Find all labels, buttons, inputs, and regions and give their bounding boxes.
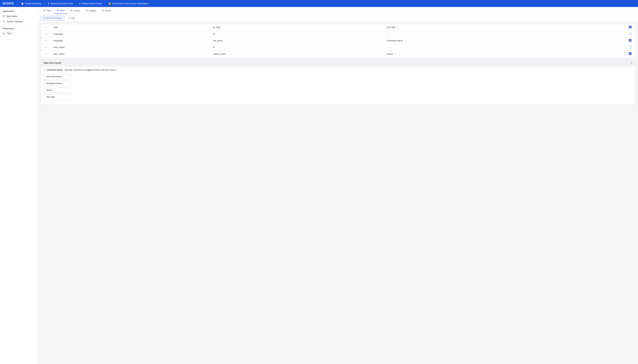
collapse-icon: ∧ [631, 62, 632, 64]
row-order: 2 [41, 37, 51, 44]
row-field: full_name [211, 37, 384, 44]
row-label: Status ✏ [384, 51, 625, 57]
full-version-label: Full Version Early Access Subscription [112, 2, 149, 5]
layout-section-title: Data Grid Layout [44, 62, 61, 64]
row-source: employee [51, 37, 211, 44]
getting-started-btn[interactable]: ℹ Getting Started Guide [78, 2, 104, 5]
drag-items-container: Task DescriptionEmployee NameStatusDue d… [44, 74, 632, 100]
row-order: 1 [41, 24, 51, 31]
row-checkbox-cell [625, 51, 635, 57]
create-projection-icon: 📋 [21, 2, 24, 5]
data-grid-settings-label: Data Grid Settings [46, 17, 62, 19]
row-field: status_name [211, 51, 384, 57]
help-icon: ⓘ [68, 16, 70, 20]
label-text: Employee Name [387, 39, 403, 42]
data-tables-label: Data Tables [6, 15, 18, 18]
row-checkbox[interactable] [629, 39, 631, 42]
row-order: 2 [41, 31, 51, 37]
bell-icon: 🔔 [108, 2, 111, 5]
table-row: 3task_statusid✏ [41, 44, 635, 51]
columns-order-desc: Reorder columns by dragging column with … [65, 68, 116, 71]
grid-settings-icon: ⊞ [43, 17, 45, 19]
drag-item[interactable]: Status [44, 87, 70, 93]
row-label: Employee Name ✏ [384, 37, 625, 44]
row-checkbox-cell [625, 44, 635, 51]
sidebar-item-data-tables[interactable]: ☰ Data Tables [0, 14, 38, 19]
row-label: ✏ [384, 44, 625, 51]
row-field: id [211, 44, 384, 51]
drag-item[interactable]: Employee Name [44, 80, 70, 86]
sidebar-item-system-settings[interactable]: 🔧 System Settings [0, 19, 38, 24]
tab-task[interactable]: ⊞ Task [41, 8, 54, 14]
task-badge[interactable]: Task [6, 32, 13, 35]
drag-item[interactable]: Due date [44, 94, 70, 100]
data-grid-layout-section: Drag and drop Data Grid Layout ∧ ✓ Colum… [41, 59, 635, 104]
row-checkbox[interactable] [629, 26, 631, 28]
row-order: 3 [41, 51, 51, 57]
edit-label-icon[interactable]: ✏ [395, 53, 396, 55]
columns-order-info: ✓ Columns Order: Reorder columns by drag… [44, 68, 632, 71]
row-checkbox-cell [625, 37, 635, 44]
tab-task-label: Task [46, 9, 51, 12]
application-section-title: Application [0, 8, 38, 14]
projections-section-title: Projections [0, 25, 38, 31]
row-checkbox-cell [625, 24, 635, 31]
row-field: id [211, 31, 384, 37]
tab-create[interactable]: ⚙ Create [68, 8, 83, 14]
table-row: 2employeefull_nameEmployee Name ✏ [41, 37, 635, 44]
row-label: ✏ [384, 31, 625, 37]
layout-section-body: ✓ Columns Order: Reorder columns by drag… [41, 66, 635, 104]
table-row: 3task_statusstatus_nameStatus ✏ [41, 51, 635, 57]
tab-bar: ⊞ Task ⚙ View ⚙ Create ⚙ Update ⚙ Delete [38, 7, 638, 14]
help-label: Help [71, 17, 75, 19]
content-area: ⊞ Task ⚙ View ⚙ Create ⚙ Update ⚙ Delete [38, 7, 638, 364]
tab-view-icon: ⚙ [57, 9, 59, 12]
action-bar: ⊞ Data Grid Settings ⓘ Help [38, 14, 638, 22]
drag-item[interactable]: Task Description [44, 74, 70, 79]
logo: IKODIX [3, 2, 14, 5]
tab-view-label: View [60, 9, 65, 12]
sidebar-item-task[interactable]: ⊞ Task [0, 31, 38, 36]
system-settings-label: System Settings [7, 20, 23, 23]
edit-label-icon[interactable]: ✏ [388, 33, 389, 35]
row-order: 3 [41, 44, 51, 51]
row-label: Due date ✏ [384, 24, 625, 31]
row-checkbox-cell [625, 31, 635, 37]
edit-label-icon[interactable]: ✏ [397, 26, 399, 28]
table-row: 1taskto_dateDue date ✏ [41, 24, 635, 31]
row-checkbox[interactable] [629, 46, 631, 48]
download-source-btn[interactable]: ⬇ Download Source Code [46, 2, 75, 5]
layout-section-header[interactable]: Data Grid Layout ∧ [41, 60, 635, 66]
row-source: task_status [51, 44, 211, 51]
topbar-divider-3 [76, 2, 77, 5]
tab-create-label: Create [74, 9, 80, 12]
row-checkbox[interactable] [629, 52, 631, 55]
label-text: Due date [387, 26, 396, 28]
download-icon: ⬇ [48, 2, 49, 5]
columns-order-label: Columns Order: [47, 68, 63, 71]
tab-delete-label: Delete [105, 9, 111, 12]
task-grid-icon: ⊞ [3, 32, 5, 35]
main-layout: Application ☰ Data Tables 🔧 System Setti… [0, 7, 638, 364]
info-icon: ℹ [80, 2, 80, 5]
edit-label-icon[interactable]: ✏ [404, 40, 406, 42]
table-row: 2employeeid✏ [41, 31, 635, 37]
row-source: task [51, 24, 211, 31]
edit-label-icon[interactable]: ✏ [388, 46, 389, 48]
row-checkbox[interactable] [629, 32, 631, 35]
data-grid-settings-button[interactable]: ⊞ Data Grid Settings [41, 16, 64, 20]
help-button[interactable]: ⓘ Help [66, 16, 77, 20]
topbar: IKODIX 📋 Create Projection ⬇ Download So… [0, 0, 638, 7]
label-text: Status [387, 53, 393, 55]
tab-update-label: Update [89, 9, 96, 12]
tab-delete[interactable]: ⚙ Delete [99, 8, 114, 14]
full-version-btn[interactable]: 🔔 Full Version Early Access Subscription [107, 2, 150, 5]
tab-update-icon: ⚙ [86, 9, 88, 12]
tab-task-icon: ⊞ [44, 9, 45, 12]
tab-create-icon: ⚙ [71, 9, 73, 12]
tab-view[interactable]: ⚙ View [54, 8, 67, 14]
row-source: employee [51, 31, 211, 37]
sidebar: Application ☰ Data Tables 🔧 System Setti… [0, 7, 38, 364]
create-projection-btn[interactable]: 📋 Create Projection [20, 2, 43, 5]
tab-update[interactable]: ⚙ Update [83, 8, 99, 14]
